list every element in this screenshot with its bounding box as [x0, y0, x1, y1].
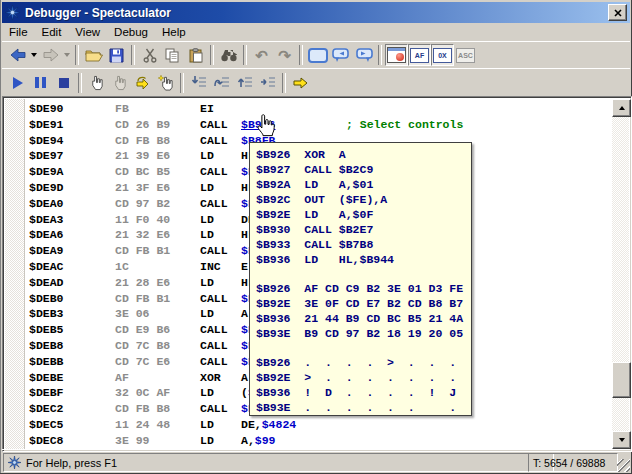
- undo-button[interactable]: ↶: [250, 44, 273, 66]
- row-address: $DEAC: [29, 260, 64, 273]
- comment-forward-icon: [355, 48, 373, 63]
- disasm-row[interactable]: $DE91 CD 26 B9 CALL $B926 ; Select contr…: [24, 117, 611, 133]
- row-bytes: 11 24 48: [115, 418, 170, 431]
- row-bytes: 3E 06: [115, 307, 150, 320]
- open-button[interactable]: [82, 44, 105, 66]
- row-address: $DE9A: [29, 165, 64, 178]
- forward-history-dropdown[interactable]: [62, 44, 72, 66]
- navigate-back-button[interactable]: [6, 44, 29, 66]
- copy-button[interactable]: [161, 44, 184, 66]
- yellow-curve-arrow-icon: [135, 75, 150, 90]
- registers-icon: AF: [410, 48, 429, 63]
- scroll-up-button[interactable]: [612, 99, 631, 117]
- row-address: $DEC2: [29, 402, 64, 415]
- resize-grip[interactable]: [617, 459, 630, 472]
- row-address: $DEBF: [29, 386, 64, 399]
- disasm-row[interactable]: $DE90 FB EI: [24, 101, 611, 117]
- status-tstates-pane: T: 5654 / 69888: [528, 453, 618, 472]
- operand-address-link[interactable]: $99: [255, 434, 276, 447]
- menu-item[interactable]: View: [68, 24, 107, 40]
- cut-button[interactable]: [138, 44, 161, 66]
- toggle-hex-button[interactable]: 0X: [431, 44, 454, 66]
- row-mnemonic: CALL: [200, 134, 228, 147]
- row-bytes: CD FB B8: [115, 134, 170, 147]
- row-mnemonic: CALL: [200, 244, 228, 257]
- tooltip-line: $B926 XOR A: [256, 147, 465, 162]
- scrollbar-thumb[interactable]: [612, 362, 631, 398]
- navigate-forward-button[interactable]: [39, 44, 62, 66]
- row-mnemonic: CALL: [200, 165, 228, 178]
- comment-back-icon: [332, 48, 350, 63]
- tooltip-disassembly: $B926 XOR A$B927 CALL $B2C9$B92A LD A,$0…: [256, 147, 465, 267]
- add-comment-button[interactable]: [306, 44, 329, 66]
- scroll-down-button[interactable]: [612, 431, 631, 449]
- row-mnemonic: LD: [200, 386, 214, 399]
- step-over-button[interactable]: [210, 72, 233, 94]
- row-bytes: CD 97 B2: [115, 197, 170, 210]
- step-instruction-button[interactable]: [256, 72, 279, 94]
- step-into-icon: [191, 75, 207, 90]
- menu-item[interactable]: Help: [155, 24, 193, 40]
- row-mnemonic: CALL: [200, 323, 228, 336]
- save-button[interactable]: [105, 44, 128, 66]
- row-address: $DEB8: [29, 339, 64, 352]
- step-out-button[interactable]: [233, 72, 256, 94]
- paste-button[interactable]: [184, 44, 207, 66]
- row-address: $DEA6: [29, 228, 64, 241]
- run-button[interactable]: [6, 72, 29, 94]
- toggle-ascii-button[interactable]: ASC: [454, 44, 477, 66]
- row-bytes: CD BC B5: [115, 165, 170, 178]
- run-to-cursor-button[interactable]: [289, 72, 312, 94]
- remove-breakpoint-button[interactable]: [108, 72, 131, 94]
- tooltip-line: $B933 CALL $B7B8: [256, 237, 465, 252]
- status-help-pane: For Help, press F1: [3, 453, 554, 472]
- call-target-tooltip: $B926 XOR A$B927 CALL $B2C9$B92A LD A,$0…: [249, 142, 472, 416]
- previous-comment-button[interactable]: [329, 44, 352, 66]
- disasm-row[interactable]: $DEC5 11 24 48 LD DE,$4824: [24, 417, 611, 433]
- menu-item[interactable]: Edit: [35, 24, 69, 40]
- status-bar: For Help, press F1 T: 5654 / 69888: [2, 449, 630, 472]
- vertical-scrollbar[interactable]: [612, 99, 629, 449]
- row-mnemonic: LD: [200, 418, 214, 431]
- stop-button[interactable]: [52, 72, 75, 94]
- menu-item[interactable]: File: [2, 24, 35, 40]
- row-mnemonic: LD: [200, 181, 214, 194]
- ascii-icon: ASC: [456, 48, 475, 63]
- title-bar[interactable]: Debugger - Spectaculator: [2, 2, 630, 23]
- tooltip-line: $B92A LD A,$01: [256, 177, 465, 192]
- row-bytes: 3E 99: [115, 434, 150, 447]
- enable-breakpoint-button[interactable]: [131, 72, 154, 94]
- operand-text: A: [241, 371, 248, 384]
- disasm-row[interactable]: $DEC8 3E 99 LD A,$99: [24, 433, 611, 449]
- next-comment-button[interactable]: [352, 44, 375, 66]
- toggle-registers-button[interactable]: AF: [408, 44, 431, 66]
- toolbar-separator: [243, 45, 247, 65]
- toolbar-separator: [299, 45, 303, 65]
- scroll-up-icon: [619, 106, 625, 110]
- toolbar-separator: [78, 73, 82, 93]
- pause-icon: [35, 77, 46, 88]
- back-history-dropdown[interactable]: [29, 44, 39, 66]
- step-over-icon: [214, 75, 230, 90]
- row-mnemonic: CALL: [200, 197, 228, 210]
- stop-icon: [59, 78, 69, 88]
- disassembly-view[interactable]: $DE90 FB EI $DE91 CD 26 B9: [2, 96, 632, 452]
- close-button[interactable]: [608, 4, 627, 21]
- redo-button[interactable]: ↷: [273, 44, 296, 66]
- new-breakpoint-button[interactable]: [154, 72, 177, 94]
- operand-text: A,: [241, 434, 255, 447]
- breakpoint-gutter[interactable]: [5, 99, 25, 449]
- pause-button[interactable]: [29, 72, 52, 94]
- toggle-breakpoint-button[interactable]: [85, 72, 108, 94]
- menu-item[interactable]: Debug: [107, 24, 155, 40]
- row-mnemonic: CALL: [200, 402, 228, 415]
- find-button[interactable]: [217, 44, 240, 66]
- toggle-breakpoint-pane-button[interactable]: [385, 44, 408, 66]
- step-into-button[interactable]: [187, 72, 210, 94]
- toolbar-separator: [210, 45, 214, 65]
- operand-text: DE,: [241, 418, 262, 431]
- operand-address-link[interactable]: $4824: [262, 418, 297, 431]
- row-address: $DE90: [29, 102, 64, 115]
- row-address: $DEBB: [29, 355, 64, 368]
- row-bytes: CD 26 B9: [115, 118, 170, 131]
